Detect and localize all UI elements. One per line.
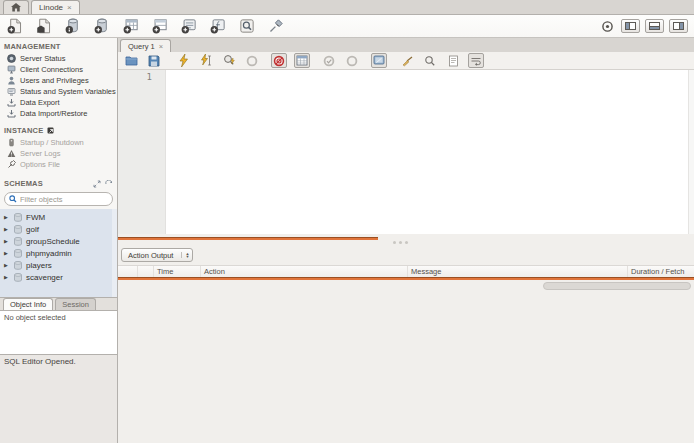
schema-item-phpmyadmin[interactable]: ▶ phpmyadmin	[0, 247, 117, 259]
code-text-area[interactable]	[166, 70, 688, 234]
explain-icon[interactable]	[221, 53, 237, 68]
create-table-icon[interactable]	[122, 17, 140, 35]
sidebar-item-users-privileges[interactable]: Users and Privileges	[0, 75, 117, 86]
line-number: 1	[147, 72, 152, 82]
output-type-label: Action Output	[122, 251, 181, 260]
sql-code-editor[interactable]: 1	[118, 70, 694, 234]
schema-icon	[13, 225, 23, 234]
schema-filter-input[interactable]	[20, 195, 108, 204]
save-script-icon[interactable]	[146, 53, 162, 68]
sidebar-item-data-import[interactable]: Data Import/Restore	[0, 108, 117, 119]
column-header-blank[interactable]	[138, 266, 154, 277]
commit-icon[interactable]	[321, 53, 337, 68]
expand-schemas-icon[interactable]	[93, 180, 101, 188]
splitter-grip-icon[interactable]	[393, 241, 396, 244]
connection-tab-label: Linode	[39, 3, 63, 12]
query-tab-label: Query 1	[128, 42, 155, 51]
column-header-blank[interactable]	[118, 266, 138, 277]
variables-icon	[7, 87, 16, 96]
sql-editor-area: Query 1 ×	[118, 38, 694, 443]
create-view-icon[interactable]	[151, 17, 169, 35]
stop-icon[interactable]	[244, 53, 260, 68]
sidebar-item-options-file[interactable]: Options File	[0, 159, 117, 170]
search-database-icon[interactable]	[238, 17, 256, 35]
column-header-message[interactable]: Message	[408, 266, 628, 277]
query-tabstrip: Query 1 ×	[118, 38, 694, 52]
wrap-text-icon[interactable]	[468, 53, 484, 68]
power-icon	[7, 138, 16, 147]
column-header-time[interactable]: Time	[154, 266, 201, 277]
instance-icon	[47, 127, 55, 135]
schema-tree: ▶ FWM ▶ golf ▶ groupSchedule ▶ p	[0, 209, 117, 297]
import-icon	[7, 109, 16, 118]
tab-home[interactable]	[3, 0, 29, 14]
main-toolbar	[0, 15, 694, 38]
sidebar-item-server-logs[interactable]: Server Logs	[0, 148, 117, 159]
chevron-right-icon[interactable]: ▶	[4, 238, 10, 244]
toggle-autocommit-icon[interactable]	[371, 53, 387, 68]
column-header-action[interactable]: Action	[201, 266, 408, 277]
execute-icon[interactable]	[175, 53, 191, 68]
invisible-characters-icon[interactable]	[445, 53, 461, 68]
schema-filter	[4, 192, 113, 206]
close-icon[interactable]: ×	[67, 3, 72, 12]
toggle-stop-on-error-icon[interactable]	[271, 53, 287, 68]
tab-session[interactable]: Session	[55, 298, 96, 310]
create-schema-icon[interactable]	[93, 17, 111, 35]
chevron-right-icon[interactable]: ▶	[4, 214, 10, 220]
status-bar: SQL Editor Opened.	[0, 355, 117, 443]
find-icon[interactable]	[422, 53, 438, 68]
splitter-highlight	[118, 237, 378, 240]
schemas-section-header: SCHEMAS	[0, 175, 117, 190]
tab-connection-linode[interactable]: Linode ×	[31, 0, 80, 14]
dropdown-stepper-icon[interactable]: ▲ ▼	[181, 252, 192, 258]
sidebar-item-data-export[interactable]: Data Export	[0, 97, 117, 108]
activity-indicator-icon	[598, 17, 616, 35]
schema-item-fwm[interactable]: ▶ FWM	[0, 211, 117, 223]
beautify-icon[interactable]	[399, 53, 415, 68]
toggle-bottom-panel-button[interactable]	[645, 19, 664, 33]
schema-item-scavenger[interactable]: ▶ scavenger	[0, 271, 117, 283]
schema-item-golf[interactable]: ▶ golf	[0, 223, 117, 235]
instance-section-title: INSTANCE	[0, 122, 117, 137]
chevron-right-icon[interactable]: ▶	[4, 274, 10, 280]
create-function-icon[interactable]	[209, 17, 227, 35]
chevron-right-icon[interactable]: ▶	[4, 226, 10, 232]
schema-icon	[13, 237, 23, 246]
schema-item-groupschedule[interactable]: ▶ groupSchedule	[0, 235, 117, 247]
chevron-right-icon[interactable]: ▶	[4, 250, 10, 256]
new-query-tab-icon[interactable]	[6, 17, 24, 35]
editor-vertical-scrollbar[interactable]	[688, 70, 694, 234]
refresh-schemas-icon[interactable]	[105, 180, 113, 188]
sidebar-item-status-system-variables[interactable]: Status and System Variables	[0, 86, 117, 97]
output-type-dropdown[interactable]: Action Output ▲ ▼	[121, 248, 193, 262]
create-procedure-icon[interactable]	[180, 17, 198, 35]
inspect-database-icon[interactable]	[64, 17, 82, 35]
mysql-workbench-window: Linode ×	[0, 0, 694, 443]
tree-scrollbar[interactable]	[112, 209, 117, 297]
toggle-limit-rows-icon[interactable]	[294, 53, 310, 68]
sidebar-item-client-connections[interactable]: Client Connections	[0, 64, 117, 75]
tab-object-info[interactable]: Object Info	[3, 298, 53, 310]
sidebar-bottom-tabs: Object Info Session	[0, 297, 117, 310]
schema-item-players[interactable]: ▶ players	[0, 259, 117, 271]
sidebar-item-startup-shutdown[interactable]: Startup / Shutdown	[0, 137, 117, 148]
execute-current-statement-icon[interactable]	[198, 53, 214, 68]
toggle-right-panel-button[interactable]	[669, 19, 688, 33]
chevron-right-icon[interactable]: ▶	[4, 262, 10, 268]
open-sql-script-icon[interactable]	[35, 17, 53, 35]
user-icon	[7, 76, 16, 85]
close-icon[interactable]: ×	[159, 42, 163, 51]
open-script-icon[interactable]	[123, 53, 139, 68]
output-table-header: Time Action Message Duration / Fetch	[118, 265, 694, 277]
sidebar-item-server-status[interactable]: Server Status	[0, 53, 117, 64]
toggle-left-panel-button[interactable]	[621, 19, 640, 33]
editor-toolbar	[118, 52, 694, 70]
editor-output-splitter[interactable]	[118, 234, 694, 246]
rollback-icon[interactable]	[344, 53, 360, 68]
horizontal-scrollbar[interactable]	[543, 282, 691, 290]
reconnect-dbms-icon[interactable]	[267, 17, 285, 35]
column-header-duration-fetch[interactable]: Duration / Fetch	[628, 266, 694, 277]
monitor-icon	[7, 65, 16, 74]
tab-query-1[interactable]: Query 1 ×	[120, 39, 171, 52]
